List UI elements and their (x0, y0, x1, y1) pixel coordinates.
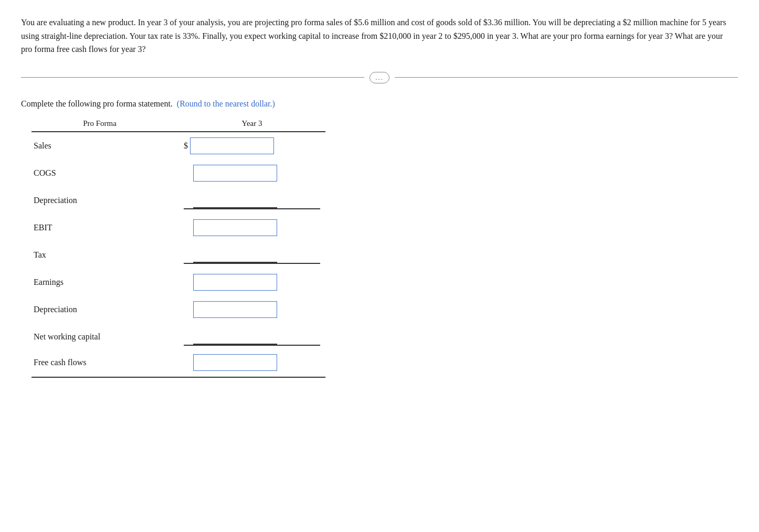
instruction-main: Complete the following pro forma stateme… (21, 99, 173, 108)
table-row: Depreciation (31, 296, 325, 323)
table-row: Free cash flows (31, 350, 325, 378)
tax-input-area (184, 246, 320, 264)
dollar-sign-sales: $ (184, 141, 188, 151)
cogs-input-area (184, 165, 320, 182)
divider-line-right (395, 77, 738, 78)
earnings-input[interactable] (193, 274, 277, 291)
round-note: (Round to the nearest dollar.) (177, 99, 275, 108)
ebit-input[interactable] (193, 219, 277, 236)
row-label-cogs: COGS (31, 168, 168, 178)
row-label-ebit: EBIT (31, 223, 168, 232)
earnings-input-wrapper (184, 274, 320, 291)
row-label-nwc: Net working capital (31, 332, 168, 342)
ebit-input-area (184, 219, 320, 236)
header-col2: Year 3 (199, 119, 304, 128)
sales-input-area: $ (184, 137, 320, 154)
table-row: Depreciation (31, 187, 325, 214)
row-label-fcf: Free cash flows (31, 358, 168, 367)
header-col1: Pro Forma (31, 119, 168, 128)
fcf-input[interactable] (193, 354, 277, 371)
section-divider: ... (21, 72, 738, 83)
divider-line-left (21, 77, 364, 78)
table-header: Pro Forma Year 3 (31, 119, 325, 132)
depreciation2-input-area (184, 301, 320, 318)
question-text: You are evaluating a new product. In yea… (21, 16, 735, 56)
ebit-input-wrapper (184, 219, 320, 236)
table-row: Net working capital (31, 323, 325, 350)
table-row: EBIT (31, 214, 325, 241)
ellipsis-button[interactable]: ... (370, 72, 389, 83)
fcf-input-area (184, 354, 320, 371)
tax-input-wrapper (184, 246, 320, 264)
row-label-sales: Sales (31, 141, 168, 151)
table-row: Tax (31, 241, 325, 269)
sales-input-wrapper (190, 137, 320, 154)
row-label-earnings: Earnings (31, 278, 168, 287)
row-label-depreciation2: Depreciation (31, 305, 168, 314)
table-row: Sales $ (31, 132, 325, 159)
cogs-input-wrapper (184, 165, 320, 182)
row-label-depreciation1: Depreciation (31, 196, 168, 205)
row-label-tax: Tax (31, 250, 168, 260)
instruction-text: Complete the following pro forma stateme… (21, 99, 738, 109)
cogs-input[interactable] (193, 165, 277, 182)
pro-forma-table: Pro Forma Year 3 Sales $ COGS Depreciati… (31, 119, 325, 378)
fcf-input-wrapper (184, 354, 320, 371)
sales-input[interactable] (190, 137, 274, 154)
depreciation1-input-area (184, 191, 320, 209)
nwc-input-area (184, 328, 320, 346)
depreciation1-input-wrapper (184, 191, 320, 209)
nwc-input[interactable] (193, 328, 277, 345)
table-row: Earnings (31, 269, 325, 296)
depreciation2-input-wrapper (184, 301, 320, 318)
depreciation2-input[interactable] (193, 301, 277, 318)
tax-input[interactable] (193, 246, 277, 263)
table-row: COGS (31, 159, 325, 187)
depreciation1-input[interactable] (193, 191, 277, 208)
earnings-input-area (184, 274, 320, 291)
nwc-input-wrapper (184, 328, 320, 346)
